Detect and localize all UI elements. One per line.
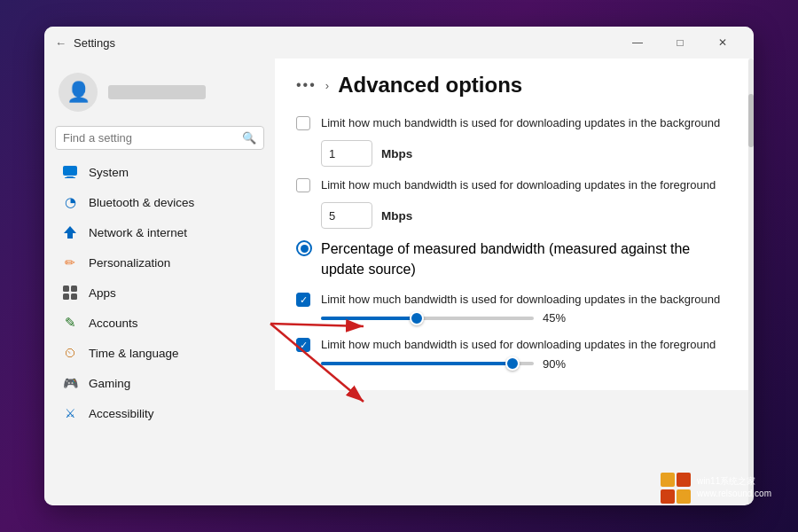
svg-rect-2 — [65, 177, 75, 178]
close-button[interactable]: ✕ — [702, 28, 743, 57]
accessibility-icon: ⚔ — [62, 405, 78, 421]
scrollbar-thumb[interactable] — [748, 94, 754, 147]
sidebar-item-bluetooth-label: Bluetooth & devices — [89, 196, 194, 209]
fg-pct-text: Limit how much bandwidth is used for dow… — [321, 337, 732, 353]
sidebar-item-time-label: Time & language — [89, 347, 179, 360]
sidebar-item-gaming[interactable]: 🎮 Gaming — [48, 368, 271, 398]
fg-limit-checkbox[interactable] — [296, 178, 310, 192]
option-fg-pct: ✓ Limit how much bandwidth is used for d… — [296, 337, 732, 353]
username-bar — [108, 85, 206, 99]
svg-rect-5 — [71, 286, 77, 292]
fg-slider-thumb[interactable] — [505, 356, 520, 371]
title-bar: ← Settings — □ ✕ — [44, 27, 754, 59]
window-controls: — □ ✕ — [617, 28, 743, 57]
search-icon: 🔍 — [242, 131, 256, 145]
bg-pct-checkbox[interactable]: ✓ — [296, 293, 310, 307]
search-box[interactable]: 🔍 — [55, 126, 264, 150]
sidebar-item-gaming-label: Gaming — [89, 377, 130, 390]
radio-measured-bandwidth[interactable]: Percentage of measured bandwidth (measur… — [296, 239, 732, 279]
watermark-logo — [660, 472, 692, 504]
fg-limit-unit: Mbps — [381, 209, 412, 223]
bluetooth-icon: ◔ — [62, 194, 78, 210]
search-input[interactable] — [63, 131, 237, 145]
option-fg-limit: Limit how much bandwidth is used for dow… — [296, 177, 732, 193]
time-icon: ⏲ — [62, 345, 78, 361]
bg-slider-track[interactable] — [321, 317, 534, 320]
bg-limit-input-row: Mbps — [296, 140, 732, 167]
main-content: ••• › Advanced options Limit how much ba… — [275, 59, 754, 390]
sidebar-item-network-label: Network & internet — [89, 226, 187, 239]
svg-rect-4 — [63, 286, 69, 292]
apps-icon — [62, 285, 78, 301]
bg-limit-text: Limit how much bandwidth is used for dow… — [321, 115, 732, 131]
fg-pct-checkbox[interactable]: ✓ — [296, 338, 310, 352]
sidebar-item-network[interactable]: Network & internet — [48, 217, 271, 247]
fg-slider-fill — [321, 362, 512, 365]
page-header: ••• › Advanced options — [275, 59, 754, 108]
sidebar-item-apps-label: Apps — [89, 286, 116, 300]
fg-pct-label: 90% — [543, 357, 573, 371]
sidebar-item-accessibility[interactable]: ⚔ Accessibility — [48, 398, 271, 428]
svg-rect-0 — [63, 166, 77, 176]
watermark: win11系统之家 www.relsound.com — [660, 472, 771, 504]
bg-limit-checkbox[interactable] — [296, 116, 310, 130]
back-button[interactable]: ← — [55, 36, 66, 50]
fg-slider-row: 90% — [296, 357, 732, 371]
breadcrumb-arrow: › — [325, 79, 329, 92]
measured-bandwidth-text: Percentage of measured bandwidth (measur… — [321, 239, 732, 279]
minimize-button[interactable]: — — [617, 28, 658, 57]
user-section: 👤 — [44, 66, 275, 126]
system-icon — [62, 164, 78, 180]
options-area: Limit how much bandwidth is used for dow… — [275, 108, 754, 390]
sidebar-item-accessibility-label: Accessibility — [89, 407, 154, 420]
watermark-text: win11系统之家 www.relsound.com — [697, 475, 771, 500]
sidebar: 👤 🔍 — [44, 59, 275, 505]
svg-rect-7 — [71, 293, 77, 300]
svg-rect-6 — [63, 293, 69, 300]
bg-slider-fill — [321, 317, 417, 320]
accounts-icon: ✎ — [62, 315, 78, 331]
sidebar-item-system[interactable]: System — [48, 157, 271, 187]
bg-pct-label: 45% — [543, 311, 573, 325]
avatar: 👤 — [59, 73, 98, 112]
option-bg-limit: Limit how much bandwidth is used for dow… — [296, 115, 732, 131]
sidebar-item-accounts[interactable]: ✎ Accounts — [48, 308, 271, 338]
sidebar-item-personalization[interactable]: ✏ Personalization — [48, 247, 271, 278]
breadcrumb-dots: ••• — [296, 77, 317, 93]
maximize-button[interactable]: □ — [660, 28, 700, 57]
page-title: Advanced options — [338, 73, 522, 98]
window-title: Settings — [74, 36, 115, 50]
bg-limit-unit: Mbps — [381, 147, 412, 160]
sidebar-item-personalization-label: Personalization — [89, 256, 170, 270]
bg-slider-row: 45% — [296, 311, 732, 325]
gaming-icon: 🎮 — [62, 375, 78, 391]
svg-marker-3 — [64, 226, 76, 239]
personalization-icon: ✏ — [62, 254, 78, 270]
sidebar-item-apps[interactable]: Apps — [48, 278, 271, 308]
fg-limit-input[interactable] — [321, 202, 372, 229]
fg-slider-track[interactable] — [321, 362, 534, 365]
option-bg-pct: ✓ Limit how much bandwidth is used for d… — [296, 292, 732, 308]
sidebar-item-system-label: System — [89, 166, 129, 179]
bg-pct-text: Limit how much bandwidth is used for dow… — [321, 292, 732, 308]
measured-bandwidth-radio[interactable] — [296, 240, 312, 256]
fg-limit-input-row: Mbps — [296, 202, 732, 229]
sidebar-item-accounts-label: Accounts — [89, 317, 138, 330]
bg-limit-input[interactable] — [321, 140, 372, 167]
fg-limit-text: Limit how much bandwidth is used for dow… — [321, 177, 732, 193]
scrollbar-track[interactable] — [748, 59, 754, 505]
network-icon — [62, 224, 78, 240]
bg-slider-thumb[interactable] — [410, 311, 424, 325]
sidebar-item-bluetooth[interactable]: ◔ Bluetooth & devices — [48, 187, 271, 217]
sidebar-item-time[interactable]: ⏲ Time & language — [48, 338, 271, 368]
